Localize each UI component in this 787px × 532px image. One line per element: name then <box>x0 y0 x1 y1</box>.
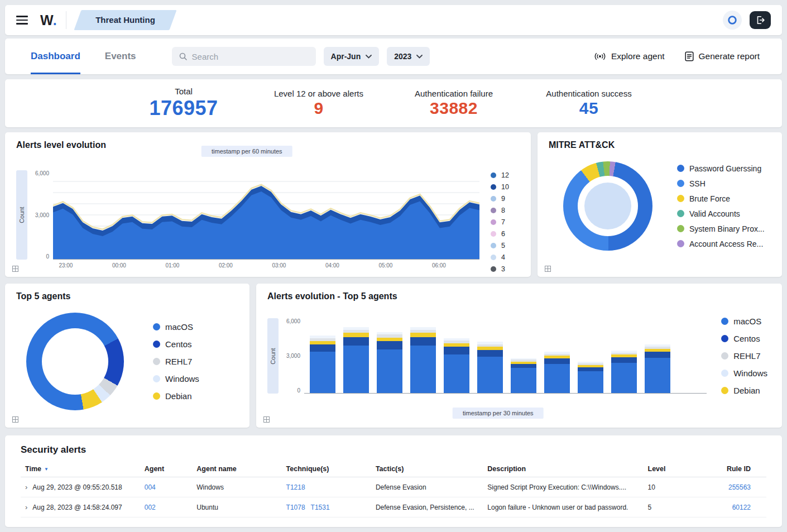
y-tick-label: 6,000 <box>35 170 49 176</box>
legend-item-4[interactable]: 4 <box>491 253 520 261</box>
legend-item-system-binary-prox[interactable]: System Binary Prox... <box>677 224 765 233</box>
year-select[interactable]: 2023 <box>387 47 430 66</box>
column-header-level[interactable]: Level <box>644 461 714 477</box>
legend-item-rehl7[interactable]: REHL7 <box>721 351 767 361</box>
rule-id-link[interactable]: 60122 <box>732 504 751 511</box>
tab-events[interactable]: Events <box>105 39 136 74</box>
column-header-agent-name[interactable]: Agent name <box>192 461 281 477</box>
explore-agent-button[interactable]: Explore agent <box>594 51 665 61</box>
column-header-technique-s[interactable]: Technique(s) <box>282 461 371 477</box>
legend-label: 9 <box>501 195 505 203</box>
legend-item-account-access-re[interactable]: Account Access Re... <box>677 239 765 248</box>
mitre-donut-chart[interactable] <box>563 161 652 251</box>
legend-item-brute-force[interactable]: Brute Force <box>677 194 765 203</box>
stacked-bar[interactable] <box>343 318 369 393</box>
technique-link[interactable]: T1218 <box>286 483 305 491</box>
alerts-level-plot[interactable]: 23:0000:0001:0002:0003:0004:0005:0006:00 <box>53 170 479 260</box>
stacked-bar[interactable] <box>645 318 670 393</box>
agent-link[interactable]: 002 <box>145 504 156 511</box>
top-agents-panel: Top 5 agents macOSCentosREHL7WindowsDebi… <box>5 284 249 428</box>
legend-item-7[interactable]: 7 <box>491 218 520 226</box>
stacked-bar[interactable] <box>611 318 637 393</box>
legend-item-ssh[interactable]: SSH <box>677 179 765 188</box>
legend-item-rehl7[interactable]: REHL7 <box>153 357 199 366</box>
charts-row-2: Top 5 agents macOSCentosREHL7WindowsDebi… <box>5 284 782 428</box>
rule-id-link[interactable]: 255563 <box>728 483 751 491</box>
legend-item-windows[interactable]: Windows <box>153 374 199 384</box>
technique-link[interactable]: T1078 <box>286 504 305 511</box>
generate-report-button[interactable]: Generate report <box>685 51 760 61</box>
legend-item-8[interactable]: 8 <box>491 207 520 214</box>
legend-item-debian[interactable]: Debian <box>153 391 199 401</box>
stacked-bar[interactable] <box>511 318 536 393</box>
legend-item-debian[interactable]: Debian <box>721 386 767 395</box>
stacked-bar[interactable] <box>578 318 603 393</box>
agent-link[interactable]: 004 <box>145 483 156 491</box>
cell-tactics: Defense Evasion, Persistence, ... <box>371 497 483 517</box>
stats-row: Total176957Level 12 or above alerts9Auth… <box>5 79 782 127</box>
legend-item-centos[interactable]: Centos <box>721 334 767 343</box>
legend-item-macos[interactable]: macOS <box>153 322 199 332</box>
search-input[interactable] <box>192 52 309 61</box>
technique-link[interactable]: T1531 <box>311 504 330 511</box>
logout-button[interactable] <box>750 11 771 29</box>
stacked-bar[interactable] <box>377 318 402 393</box>
legend-item-3[interactable]: 3 <box>491 265 520 273</box>
top-agents-chart-area: macOSCentosREHL7WindowsDebian <box>16 313 238 410</box>
column-header-time[interactable]: Time▼ <box>21 461 140 477</box>
stacked-bar[interactable] <box>410 318 436 393</box>
legend-item-windows[interactable]: Windows <box>721 368 767 378</box>
stacked-bar[interactable] <box>310 318 335 393</box>
tab-dashboard[interactable]: Dashboard <box>31 39 80 74</box>
app-logo[interactable]: W. <box>40 12 57 28</box>
inspect-panel-icon[interactable] <box>263 416 270 423</box>
legend-item-valid-accounts[interactable]: Valid Accounts <box>677 209 765 218</box>
legend-item-centos[interactable]: Centos <box>153 339 199 349</box>
alert-row[interactable]: ›Aug 28, 2023 @ 14:58:24.097002UbuntuT10… <box>21 497 766 517</box>
legend-dot-icon <box>153 341 160 348</box>
expand-row-icon[interactable]: › <box>25 503 27 511</box>
menu-button[interactable] <box>16 13 28 27</box>
inspect-panel-icon[interactable] <box>12 416 18 423</box>
panel-title: Security alerts <box>21 444 766 456</box>
explore-agent-label: Explore agent <box>611 51 665 61</box>
bar-segment-centos <box>377 341 402 349</box>
legend-item-password-guerssing[interactable]: Password Guerssing <box>677 164 765 173</box>
legend-item-10[interactable]: 10 <box>491 183 520 191</box>
sort-desc-icon[interactable]: ▼ <box>44 467 49 472</box>
legend-item-12[interactable]: 12 <box>491 171 520 179</box>
legend-item-macos[interactable]: macOS <box>721 317 767 326</box>
column-label: Agent <box>145 465 164 473</box>
inspect-panel-icon[interactable] <box>545 266 551 272</box>
cell-time: ›Aug 28, 2023 @ 14:58:24.097 <box>21 497 140 517</box>
column-header-tactic-s[interactable]: Tactic(s) <box>371 461 483 477</box>
legend-label: Valid Accounts <box>689 209 740 218</box>
legend-item-6[interactable]: 6 <box>491 230 520 238</box>
security-alerts-table: Time▼AgentAgent nameTechnique(s)Tactic(s… <box>21 461 766 517</box>
toolbar-buttons: Explore agent Generate report <box>594 51 760 61</box>
stacked-bar[interactable] <box>444 318 469 393</box>
bar-segment-centos <box>544 358 570 364</box>
logo-letter: W <box>40 12 53 28</box>
legend-dot-icon <box>491 243 496 248</box>
inspect-panel-icon[interactable] <box>12 266 18 272</box>
status-ring-button[interactable] <box>723 11 742 30</box>
column-header-description[interactable]: Description <box>483 461 643 477</box>
top-agents-donut-chart[interactable] <box>26 313 124 410</box>
bar-segment-debian <box>343 333 369 337</box>
alert-row[interactable]: ›Aug 29, 2023 @ 09:55:20.518004WindowsT1… <box>21 477 766 497</box>
stacked-bar[interactable] <box>477 318 503 393</box>
column-header-agent[interactable]: Agent <box>140 461 193 477</box>
panel-title: Top 5 agents <box>16 291 238 301</box>
legend-label: Account Access Re... <box>689 239 763 248</box>
column-header-rule-id[interactable]: Rule ID <box>714 461 766 477</box>
stat-label: Level 12 or above alerts <box>258 89 379 98</box>
period-select[interactable]: Apr-Jun <box>324 47 380 66</box>
toolbar: DashboardEvents Apr-Jun 2023 <box>5 39 782 74</box>
legend-item-5[interactable]: 5 <box>491 242 520 250</box>
stacked-bar[interactable] <box>544 318 570 393</box>
legend-dot-icon <box>677 225 684 232</box>
legend-item-9[interactable]: 9 <box>491 195 520 203</box>
donut-hole <box>42 328 108 395</box>
expand-row-icon[interactable]: › <box>25 483 27 491</box>
